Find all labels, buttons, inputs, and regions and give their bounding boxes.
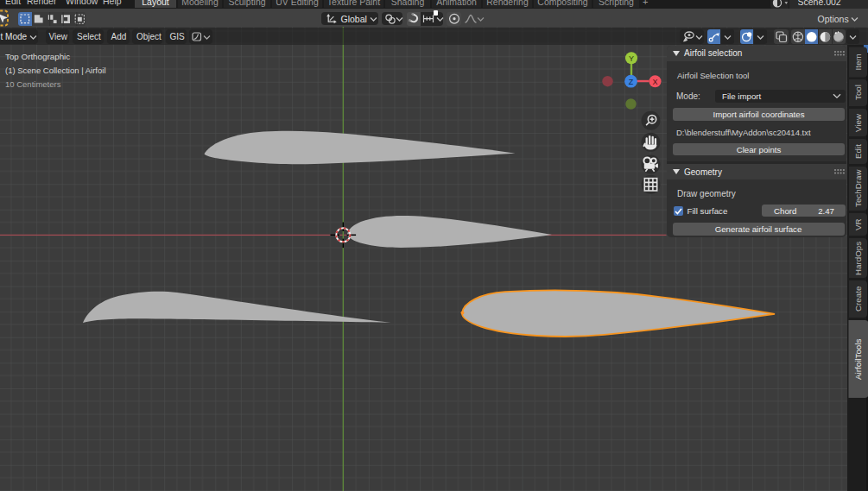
- svg-text:Z: Z: [629, 78, 634, 86]
- svg-text:Y: Y: [629, 54, 634, 63]
- svg-text:X: X: [652, 78, 657, 86]
